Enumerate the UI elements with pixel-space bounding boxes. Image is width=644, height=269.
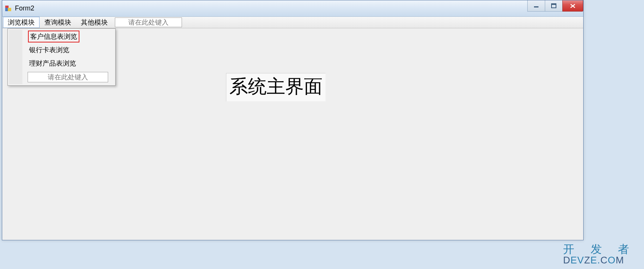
dropdown-type-here-row xyxy=(22,70,114,84)
close-icon xyxy=(570,3,576,9)
dropdown-item-finance-product-browse[interactable]: 理财产品表浏览 xyxy=(22,57,114,70)
menu-item-label: 浏览模块 xyxy=(8,18,35,27)
window-title: Form2 xyxy=(15,4,34,12)
watermark: 开 发 者 DEVZE.COM xyxy=(563,243,636,265)
menubar: 浏览模块 查询模块 其他模块 xyxy=(2,17,583,28)
menu-item-label: 其他模块 xyxy=(81,18,108,27)
titlebar[interactable]: Form2 xyxy=(2,0,583,17)
menu-other-module[interactable]: 其他模块 xyxy=(76,17,113,28)
minimize-button[interactable] xyxy=(527,0,545,12)
window-controls xyxy=(528,0,583,12)
menu-browse-module[interactable]: 浏览模块 xyxy=(3,17,40,28)
maximize-icon xyxy=(551,3,556,9)
watermark-line2: DEVZE.COM xyxy=(563,255,636,265)
dropdown-item-label: 客户信息表浏览 xyxy=(29,32,78,41)
app-icon xyxy=(5,5,13,12)
dropdown-item-label: 银行卡表浏览 xyxy=(29,45,69,54)
menubar-type-here-input[interactable] xyxy=(115,18,182,27)
menu-query-module[interactable]: 查询模块 xyxy=(40,17,76,28)
dropdown-item-label: 理财产品表浏览 xyxy=(29,59,76,68)
svg-rect-0 xyxy=(534,6,538,7)
minimize-icon xyxy=(534,3,539,9)
maximize-button[interactable] xyxy=(545,0,563,12)
main-heading: 系统主界面 xyxy=(226,73,326,101)
menu-item-label: 查询模块 xyxy=(44,18,71,27)
dropdown-item-customer-info-browse[interactable]: 客户信息表浏览 xyxy=(22,30,114,43)
watermark-line1: 开 发 者 xyxy=(563,243,636,255)
browse-module-dropdown: 客户信息表浏览 银行卡表浏览 理财产品表浏览 xyxy=(7,28,116,86)
svg-rect-2 xyxy=(552,4,556,5)
app-window: Form2 浏览模块 查询模块 其他模块 系统主界面 xyxy=(2,0,584,240)
dropdown-type-here-input[interactable] xyxy=(28,72,108,82)
dropdown-item-bank-card-browse[interactable]: 银行卡表浏览 xyxy=(22,43,114,57)
close-button[interactable] xyxy=(562,0,583,12)
